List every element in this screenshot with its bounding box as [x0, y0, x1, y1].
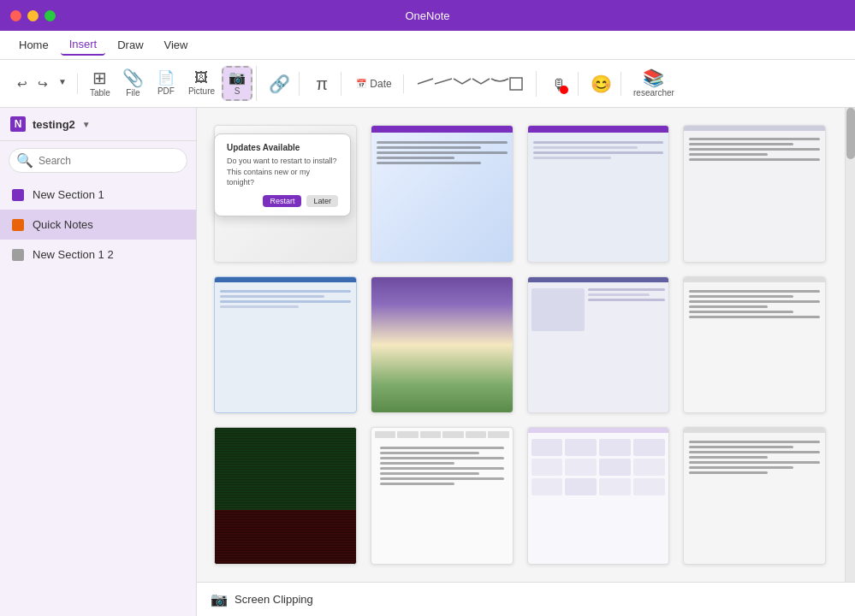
main-layout: N testing2 ▼ 🔍 New Section 1 Quick Notes…: [0, 108, 855, 616]
researcher-label: researcher: [633, 88, 674, 98]
sidebar-sections: New Section 1 Quick Notes New Section 1 …: [0, 180, 196, 616]
screenshot-thumb-9[interactable]: $ ls -la /var/log drwxr-xr-x system $ ca…: [214, 427, 357, 565]
search-input[interactable]: [39, 155, 180, 167]
svg-line-0: [418, 79, 433, 84]
screenshot-label: S: [235, 86, 240, 96]
date-group: 📅 Date: [345, 74, 404, 93]
picture-button[interactable]: 🖼 Picture: [183, 68, 220, 99]
minimize-button[interactable]: [27, 10, 39, 21]
later-button[interactable]: Later: [306, 195, 338, 207]
sidebar-search-area: 🔍: [0, 141, 196, 180]
lines-group: [407, 71, 537, 97]
file-button[interactable]: 📎 File: [117, 66, 149, 101]
more-button[interactable]: ▼: [55, 74, 70, 94]
scrollbar-thumb[interactable]: [846, 108, 855, 159]
screenshot-thumb-11[interactable]: [527, 427, 670, 565]
picture-icon: 🖼: [194, 71, 208, 85]
menu-bar: Home Insert Draw View: [0, 31, 855, 60]
window-controls: [10, 10, 56, 21]
menu-draw[interactable]: Draw: [109, 35, 151, 55]
screenshot-thumb-3[interactable]: [527, 125, 670, 263]
section-item-quick-notes[interactable]: Quick Notes: [0, 210, 196, 240]
pdf-icon: 📄: [157, 71, 175, 85]
undo-button[interactable]: ↩: [14, 74, 31, 94]
screenshot-thumb-7[interactable]: [527, 276, 670, 414]
section-color-orange: [12, 219, 24, 231]
table-icon: ⊞: [92, 69, 107, 86]
chevron-down-icon: ▼: [82, 120, 91, 129]
screen-clipping-bar: 📷 Screen Clipping: [197, 582, 855, 616]
pdf-label: PDF: [157, 86, 175, 96]
svg-rect-2: [510, 78, 522, 90]
section-color-gray: [12, 249, 24, 261]
researcher-button[interactable]: 📚 researcher: [628, 66, 680, 101]
lines-button[interactable]: [411, 71, 532, 97]
section-label-2: Quick Notes: [33, 218, 93, 231]
screenshot-thumb-6[interactable]: [371, 276, 514, 414]
table-label: Table: [90, 88, 110, 98]
undo-redo-group: ↩ ↪ ▼: [7, 74, 78, 94]
screenshot-thumb-2[interactable]: [371, 125, 514, 263]
record-button[interactable]: 🎙: [543, 72, 574, 96]
screenshot-button[interactable]: 📷 S: [222, 66, 252, 101]
screen-clipping-label: Screen Clipping: [235, 593, 313, 606]
title-bar: OneNote: [0, 0, 855, 31]
content-area: Updates Available Do you want to restart…: [197, 108, 855, 616]
link-button[interactable]: 🔗: [264, 72, 295, 96]
update-title: Updates Available: [227, 143, 338, 152]
section-color-purple: [12, 189, 24, 201]
sidebar: N testing2 ▼ 🔍 New Section 1 Quick Notes…: [0, 108, 197, 616]
search-input-wrapper[interactable]: 🔍: [9, 148, 187, 173]
menu-insert[interactable]: Insert: [61, 34, 106, 56]
notebook-name: testing2: [33, 118, 75, 131]
picture-label: Picture: [188, 86, 215, 96]
lines-icon: [416, 74, 527, 93]
screenshot-thumb-8[interactable]: [683, 276, 826, 414]
insert-group: ⊞ Table 📎 File 📄 PDF 🖼 Picture 📷 S: [81, 66, 257, 101]
scrollbar[interactable]: [845, 108, 855, 582]
researcher-icon: 📚: [643, 69, 664, 86]
svg-line-1: [435, 79, 452, 84]
researcher-group: 📚 researcher: [625, 66, 683, 101]
date-button[interactable]: 📅 Date: [348, 74, 400, 93]
emoji-group: 😊: [582, 72, 621, 96]
section-label-1: New Section 1: [33, 188, 104, 201]
update-dialog: Updates Available Do you want to restart…: [214, 133, 351, 216]
section-item-new-section-1[interactable]: New Section 1: [0, 180, 196, 210]
menu-view[interactable]: View: [156, 35, 197, 55]
pdf-button[interactable]: 📄 PDF: [151, 68, 181, 99]
screen-clipping-icon: 📷: [211, 591, 228, 607]
notebook-icon: N: [10, 116, 26, 132]
search-icon: 🔍: [16, 152, 33, 169]
link-group: 🔗: [260, 72, 300, 96]
emoji-button[interactable]: 😊: [585, 72, 617, 96]
record-group: 🎙: [540, 72, 579, 96]
screenshot-icon: 📷: [229, 71, 246, 85]
file-icon: 📎: [122, 69, 144, 86]
menu-home[interactable]: Home: [10, 35, 57, 55]
math-button[interactable]: π: [306, 72, 337, 96]
screenshot-thumb-10[interactable]: [371, 427, 514, 565]
screenshot-thumb-5[interactable]: [214, 276, 357, 414]
app-title: OneNote: [405, 9, 449, 22]
calendar-icon: 📅: [356, 79, 366, 88]
update-buttons: Restart Later: [227, 195, 338, 207]
record-icon: 🎙: [551, 75, 567, 92]
table-button[interactable]: ⊞ Table: [85, 66, 116, 101]
file-label: File: [126, 88, 140, 98]
sidebar-header: N testing2 ▼: [0, 108, 196, 141]
math-group: π: [303, 72, 341, 96]
section-item-new-section-2[interactable]: New Section 1 2: [0, 240, 196, 270]
date-label: Date: [370, 78, 391, 90]
redo-button[interactable]: ↪: [34, 74, 51, 94]
screenshot-thumb-12[interactable]: [683, 427, 826, 565]
close-button[interactable]: [10, 10, 21, 21]
toolbar: ↩ ↪ ▼ ⊞ Table 📎 File 📄 PDF 🖼 Picture 📷 S…: [0, 60, 855, 108]
section-label-3: New Section 1 2: [33, 248, 114, 261]
restart-button[interactable]: Restart: [263, 195, 301, 207]
update-body: Do you want to restart to install? This …: [227, 156, 338, 188]
math-icon: π: [316, 75, 328, 92]
link-icon: 🔗: [269, 75, 290, 92]
maximize-button[interactable]: [45, 10, 56, 21]
screenshot-thumb-4[interactable]: [683, 125, 826, 263]
